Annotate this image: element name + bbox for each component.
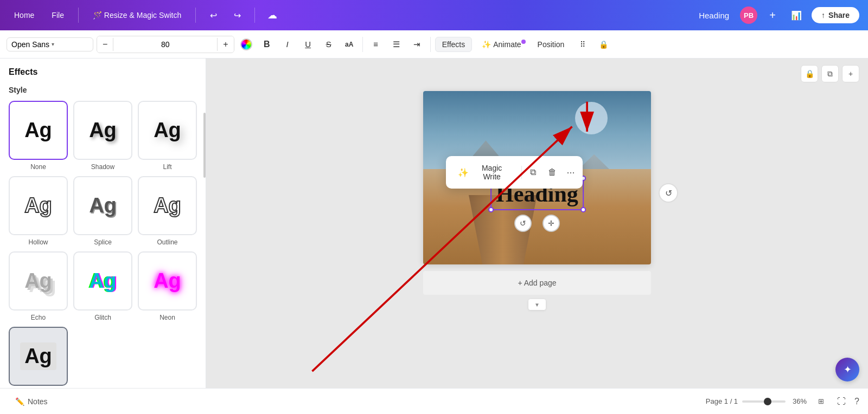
effect-lift-label: Lift xyxy=(163,163,171,171)
effect-neon[interactable]: Ag Neon xyxy=(138,251,197,321)
effect-shadow-box[interactable]: Ag xyxy=(73,101,132,160)
effect-hollow-box[interactable]: Ag xyxy=(9,176,68,235)
user-avatar[interactable]: PB xyxy=(740,7,757,24)
selection-handle-br[interactable] xyxy=(580,207,586,212)
add-element-button[interactable]: + xyxy=(842,65,859,82)
font-size-control: − + xyxy=(97,36,234,53)
effect-echo-label: Echo xyxy=(31,314,46,321)
magic-write-button[interactable]: ✨ Magic Write xyxy=(450,160,519,184)
animate-button[interactable]: ✨ Animate xyxy=(475,37,527,51)
rotate-handle-button[interactable]: ↺ xyxy=(514,215,532,232)
effect-lift-box[interactable]: Ag xyxy=(138,101,197,160)
font-selector[interactable]: Open Sans ▾ xyxy=(7,37,93,51)
lock-button[interactable]: 🔒 xyxy=(595,36,612,53)
file-button[interactable]: File xyxy=(46,8,69,23)
effect-shadow[interactable]: Ag Shadow xyxy=(73,101,132,171)
underline-button[interactable]: U xyxy=(299,36,317,53)
zoom-slider[interactable] xyxy=(742,400,786,403)
ctx-more-button[interactable]: ··· xyxy=(563,165,578,180)
effect-neon-box[interactable]: Ag xyxy=(138,251,197,310)
move-handle-button[interactable]: ✛ xyxy=(542,215,560,232)
magic-write-icon: ✨ xyxy=(458,167,469,178)
style-section-label: Style xyxy=(0,81,206,101)
effect-outline-box[interactable]: Ag xyxy=(138,176,197,235)
zoom-thumb[interactable] xyxy=(764,398,771,405)
magic-assistant-button[interactable]: ✦ xyxy=(835,358,859,381)
effect-none[interactable]: Ag None xyxy=(9,101,68,171)
rotate-button[interactable]: ↺ xyxy=(659,183,678,203)
effect-echo-box[interactable]: Ag xyxy=(9,251,68,310)
effect-none-box[interactable]: Ag xyxy=(9,101,68,160)
help-button[interactable]: ? xyxy=(854,397,859,406)
effect-lift[interactable]: Ag Lift xyxy=(138,101,197,171)
effects-panel: Effects Style Ag None Ag Shadow xyxy=(0,59,206,388)
duplicate-button[interactable]: ⧉ xyxy=(821,65,839,82)
effect-outline[interactable]: Ag Outline xyxy=(138,176,197,246)
effect-glitch-label: Glitch xyxy=(94,314,111,321)
effect-splice-box[interactable]: Ag xyxy=(73,176,132,235)
lock-position-button[interactable]: 🔒 xyxy=(801,65,818,82)
bullet-list-button[interactable]: ☰ xyxy=(388,36,405,53)
add-collaborator-button[interactable]: + xyxy=(764,7,781,24)
nav-divider-2 xyxy=(195,8,196,23)
effect-outline-label: Outline xyxy=(157,238,177,246)
grid-button[interactable]: ⠿ xyxy=(574,36,591,53)
effects-button[interactable]: Effects xyxy=(435,37,473,52)
align-button[interactable]: ≡ xyxy=(367,36,385,53)
color-circle-icon xyxy=(240,38,252,50)
italic-button[interactable]: I xyxy=(279,36,296,53)
main-area: Effects Style Ag None Ag Shadow xyxy=(0,59,868,388)
effect-echo[interactable]: Ag Echo xyxy=(9,251,68,321)
bold-button[interactable]: B xyxy=(258,36,276,53)
scroll-handle[interactable] xyxy=(203,113,206,178)
toolbar-divider-1 xyxy=(362,37,363,52)
undo-button[interactable]: ↩ xyxy=(205,7,222,24)
share-button[interactable]: ↑ Share xyxy=(812,7,859,23)
indent-button[interactable]: ⇥ xyxy=(409,36,426,53)
effect-splice-preview: Ag xyxy=(89,194,117,217)
toolbar-divider-2 xyxy=(430,37,431,52)
selection-handle-bl[interactable] xyxy=(488,207,494,212)
effect-neon-label: Neon xyxy=(159,314,175,321)
font-size-increase-button[interactable]: + xyxy=(218,36,233,53)
text-case-button[interactable]: aA xyxy=(341,36,358,53)
home-button[interactable]: Home xyxy=(9,8,40,23)
ctx-divider-1 xyxy=(521,166,522,179)
moon-element xyxy=(575,102,608,134)
canvas-area: 🔒 ⧉ + ✨ Magic xyxy=(206,59,868,388)
page-canvas: ✨ Magic Write ⧉ 🗑 ··· Heading xyxy=(423,91,651,264)
ctx-delete-button[interactable]: 🗑 xyxy=(544,164,561,181)
zoom-percentage: 36% xyxy=(790,397,809,405)
nav-divider-1 xyxy=(78,8,79,23)
stats-button[interactable]: 📊 xyxy=(788,7,805,24)
grid-view-button[interactable]: ⊞ xyxy=(814,394,828,408)
save-cloud-button[interactable]: ☁ xyxy=(264,7,281,24)
effect-glitch-box[interactable]: Ag xyxy=(73,251,132,310)
effect-background-box[interactable]: Ag xyxy=(9,327,68,386)
effect-neon-preview: Ag xyxy=(154,269,181,293)
notes-button[interactable]: ✏️ Notes xyxy=(9,394,54,409)
fullscreen-button[interactable]: ⛶ xyxy=(833,394,850,409)
font-size-input[interactable] xyxy=(113,38,218,51)
effect-hollow[interactable]: Ag Hollow xyxy=(9,176,68,246)
effect-glitch[interactable]: Ag Glitch xyxy=(73,251,132,321)
effect-splice[interactable]: Ag Splice xyxy=(73,176,132,246)
effect-echo-preview: Ag xyxy=(24,269,52,293)
ctx-copy-button[interactable]: ⧉ xyxy=(524,164,541,181)
strikethrough-button[interactable]: S xyxy=(320,36,337,53)
position-button[interactable]: Position xyxy=(531,37,571,51)
resize-magic-switch-button[interactable]: 🪄 Resize & Magic Switch xyxy=(87,8,187,23)
share-icon: ↑ xyxy=(821,11,825,20)
add-page-button[interactable]: + Add page xyxy=(423,271,651,295)
scroll-down-arrow[interactable]: ▼ xyxy=(528,299,546,310)
effect-splice-label: Splice xyxy=(94,238,112,246)
effect-background-preview: Ag xyxy=(20,342,56,370)
effect-background[interactable]: Ag Background xyxy=(9,327,68,388)
nav-divider-3 xyxy=(254,8,255,23)
redo-button[interactable]: ↪ xyxy=(228,7,246,24)
page-info: Page 1 / 1 xyxy=(706,397,738,405)
text-color-button[interactable] xyxy=(238,36,255,53)
magic-wand-icon: 🪄 xyxy=(93,11,102,20)
animate-active-dot xyxy=(521,40,526,44)
font-size-decrease-button[interactable]: − xyxy=(97,36,113,53)
